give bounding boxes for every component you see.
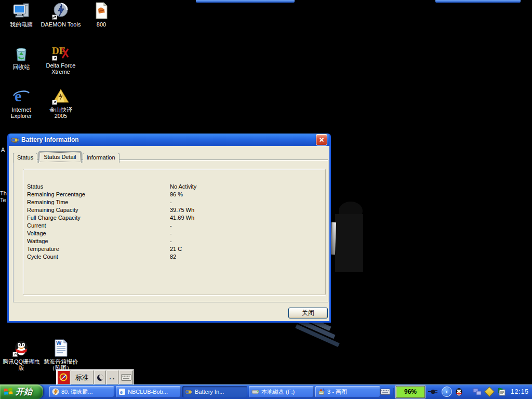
detail-value: - [170, 230, 172, 238]
network-tray-icon[interactable] [473, 388, 482, 396]
detail-row: Remaining Percentage96 % [27, 191, 325, 199]
tray-separator [393, 388, 393, 396]
ime-logo-icon[interactable] [57, 370, 70, 384]
close-button[interactable]: 关闭 [288, 308, 328, 318]
tab-status[interactable]: Status [13, 153, 37, 163]
dialog-title: Battery Information [21, 136, 79, 143]
desktop-icon-label: 金山快译 2005 [39, 107, 82, 119]
shortcut-arrow-icon [52, 56, 57, 61]
detail-row: Cycle Count82 [27, 254, 325, 261]
battery-meter-widget[interactable]: 96% [396, 386, 425, 398]
desktop-icon-internet-explorer[interactable]: e Internet Explorer [0, 87, 43, 119]
ime-mode-label: 标准 [75, 373, 89, 382]
desktop-icon-my-computer[interactable]: 我的电脑 [0, 2, 43, 28]
ime-mode-button[interactable]: 标准 [71, 370, 94, 384]
task-label: 3 - 画图 [327, 388, 347, 396]
detail-value: 41.69 Wh [170, 215, 194, 222]
svg-text:DF: DF [52, 45, 65, 56]
kingsoft-fasttrans-icon [51, 87, 70, 105]
battery-percent: 96% [404, 388, 417, 395]
winamp-icon [52, 388, 59, 395]
task-button-battery-info[interactable]: Battery In... [182, 386, 247, 397]
detail-label: Wattage [27, 238, 170, 246]
desktop-icon-800[interactable]: 800 [80, 2, 123, 28]
ime-punctuation-label: ，。 [108, 374, 117, 381]
detail-row: Temperature21 C [27, 246, 325, 254]
detail-label: Temperature [27, 246, 170, 254]
taskbar-tasks: 80. 谭咏麟... e NBCLUB-Bob... Battery In...… [49, 386, 380, 397]
desktop-icon-delta-force[interactable]: DF Delta Force Xtreme [39, 43, 82, 75]
detail-row: StatusNo Activity [27, 183, 325, 191]
battery-information-dialog: Battery Information Status Status Detail… [7, 134, 331, 323]
desktop-icon-recycle-bin[interactable]: 回收站 [0, 44, 43, 70]
battery-detail-groupbox: StatusNo Activity Remaining Percentage96… [23, 169, 326, 295]
dialog-body: Status Status Detail Information StatusN… [9, 146, 329, 321]
word-document-icon: W [51, 339, 70, 357]
recycle-bin-icon [12, 44, 31, 63]
dialog-titlebar[interactable]: Battery Information [9, 134, 329, 146]
close-icon[interactable] [316, 134, 327, 145]
svg-text:W: W [56, 340, 62, 346]
shortcut-arrow-icon [52, 15, 57, 20]
detail-row: Wattage- [27, 238, 325, 246]
ime-language-bar: 标准 ，。 [56, 369, 134, 385]
ime-fullwidth-moon-icon[interactable] [94, 370, 106, 384]
detail-label: Current [27, 222, 170, 230]
detail-value: - [170, 222, 172, 230]
qq-tray-icon[interactable] [455, 388, 463, 396]
desktop-icon-qq[interactable]: 腾讯QQ珊瑚虫 版 [0, 339, 43, 371]
input-keyboard-icon[interactable] [380, 389, 390, 395]
system-tray: 96% ‹ 12:15 [380, 384, 532, 399]
detail-label: Remaining Time [27, 199, 170, 207]
background-window-edge [435, 0, 521, 3]
daemon-tools-tray-icon[interactable] [484, 387, 495, 397]
detail-row: Current- [27, 222, 325, 230]
desktop-icon-label: Delta Force Xtreme [39, 62, 82, 75]
desktop-icon-label: 回收站 [0, 64, 43, 70]
detail-label: Remaining Capacity [27, 207, 170, 215]
desktop-icon-label: 腾讯QQ珊瑚虫 版 [0, 358, 43, 371]
desktop-icon-kingsoft-fasttrans[interactable]: 金山快译 2005 [39, 87, 82, 119]
daemon-tools-icon [51, 2, 70, 20]
task-button-paint[interactable]: 3 - 画图 [315, 386, 380, 397]
task-button-winamp[interactable]: 80. 谭咏麟... [49, 386, 114, 397]
detail-value: 82 [170, 254, 176, 261]
qq-penguin-icon [12, 339, 31, 357]
ime-punctuation-button[interactable]: ，。 [107, 370, 118, 384]
tab-status-detail[interactable]: Status Detail [38, 151, 81, 163]
ac-power-plug-icon[interactable] [428, 388, 439, 395]
battery-icon [185, 388, 193, 395]
desktop-icon-label: 我的电脑 [0, 21, 43, 28]
detail-value: - [170, 199, 172, 207]
flag-page-tray-icon[interactable] [497, 388, 506, 396]
tab-information[interactable]: Information [83, 153, 119, 163]
detail-row: Remaining Time- [27, 199, 325, 207]
background-window-edge [196, 0, 295, 3]
task-button-nbclub[interactable]: e NBCLUB-Bob... [116, 386, 181, 397]
tab-strip: Status Status Detail Information [13, 151, 121, 163]
paint-icon [318, 388, 325, 395]
delta-force-icon: DF [51, 43, 70, 61]
covered-icon-label-fragment: A [1, 147, 5, 153]
start-button[interactable]: 开始 [0, 384, 43, 399]
battery-window-icon [11, 136, 19, 144]
start-label: 开始 [16, 387, 32, 397]
detail-label: Status [27, 183, 170, 191]
detail-value: No Activity [170, 183, 196, 191]
desktop-icon-word-doc[interactable]: W 慧海音箱报价 （附图） [39, 339, 82, 371]
language-bar-collapse-icon[interactable]: ‹ [442, 387, 452, 397]
task-label: 80. 谭咏麟... [61, 388, 93, 396]
desktop-icon-daemon-tools[interactable]: DAEMON Tools [39, 2, 82, 28]
task-label: 本地磁盘 (F:) [261, 388, 295, 396]
ime-soft-keyboard-icon[interactable] [119, 370, 133, 384]
taskbar: 开始 80. 谭咏麟... e NBCLUB-Bob... Battery In… [0, 384, 532, 399]
document-icon [92, 2, 111, 20]
detail-value: - [170, 238, 172, 246]
task-button-local-disk-f[interactable]: 本地磁盘 (F:) [249, 386, 314, 397]
desktop: { "desktop": { "icons": [ {"label": "我的电… [0, 0, 532, 399]
detail-label: Full Charge Capacity [27, 215, 170, 222]
clock[interactable]: 12:15 [511, 388, 529, 395]
desktop-icon-label: 800 [80, 21, 123, 28]
covered-icon-label-fragment: Te [0, 197, 6, 203]
detail-label: Cycle Count [27, 254, 170, 261]
